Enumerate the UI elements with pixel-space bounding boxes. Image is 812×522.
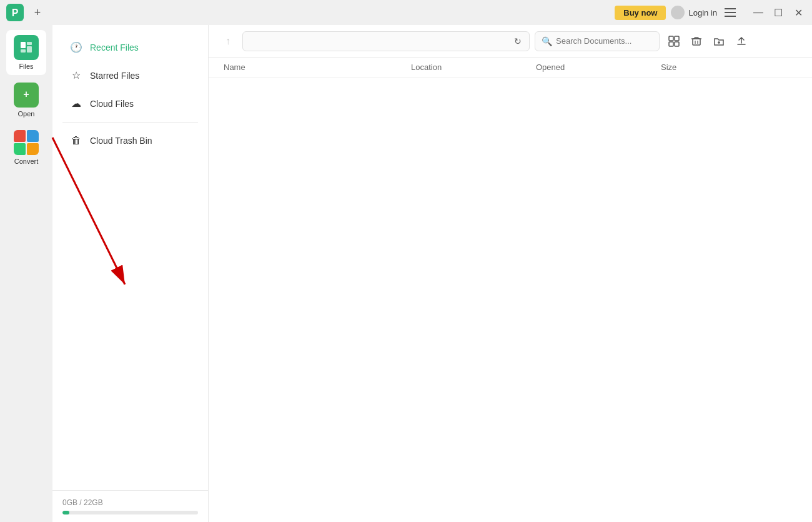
nav-item-cloud[interactable]: ☁ Cloud Files <box>57 90 203 117</box>
trash-label: Cloud Trash Bin <box>90 136 152 146</box>
starred-label: Starred Files <box>90 71 139 81</box>
path-input-wrapper: ↻ <box>242 31 530 51</box>
menu-button[interactable] <box>722 4 740 21</box>
svg-rect-4 <box>27 46 32 53</box>
col-location-header: Location <box>411 63 536 72</box>
cloud-label: Cloud Files <box>90 99 134 109</box>
svg-rect-9 <box>675 36 679 41</box>
svg-rect-3 <box>27 42 32 45</box>
svg-text:P: P <box>12 8 19 18</box>
add-tab-button[interactable]: + <box>30 5 45 20</box>
new-folder-icon <box>713 36 725 47</box>
hamburger-line <box>725 8 736 9</box>
search-icon: 🔍 <box>542 36 552 46</box>
refresh-button[interactable]: ↻ <box>512 36 524 46</box>
storage-text: 0GB / 22GB <box>62 498 198 507</box>
storage-bar <box>62 511 198 514</box>
svg-rect-2 <box>21 42 26 48</box>
recent-label: Recent Files <box>90 43 139 53</box>
back-button[interactable]: ↑ <box>219 32 237 51</box>
sidebar-item-files[interactable]: Files <box>6 30 46 75</box>
convert-icon <box>14 130 39 155</box>
app-logo: P <box>5 3 25 23</box>
title-bar: P + Buy now Login in — ☐ ✕ <box>0 0 812 25</box>
svg-rect-10 <box>669 42 673 46</box>
main-content: ↑ ↻ 🔍 <box>209 25 812 522</box>
app-body: Files + Open Convert <box>0 25 812 522</box>
convert-label: Convert <box>14 158 39 165</box>
svg-rect-5 <box>21 49 26 53</box>
storage-bar-fill <box>62 511 69 514</box>
open-icon: + <box>14 83 39 108</box>
search-wrapper: 🔍 <box>535 31 660 51</box>
col-opened-header: Opened <box>536 63 661 72</box>
sidebar-item-open[interactable]: + Open <box>6 78 46 123</box>
col-size-header: Size <box>661 63 797 72</box>
trash-toolbar-icon <box>691 36 702 47</box>
hamburger-line <box>725 16 736 17</box>
path-input[interactable] <box>248 36 512 46</box>
close-button[interactable]: ✕ <box>790 4 807 21</box>
sidebar-item-convert[interactable]: Convert <box>6 125 46 170</box>
minimize-button[interactable]: — <box>750 4 767 21</box>
maximize-button[interactable]: ☐ <box>770 4 787 21</box>
back-icon: ↑ <box>225 36 230 47</box>
upload-button[interactable] <box>732 32 751 51</box>
nav-item-starred[interactable]: ☆ Starred Files <box>57 62 203 89</box>
open-label: Open <box>18 110 35 118</box>
view-toggle-button[interactable] <box>665 32 683 51</box>
recent-icon: 🕐 <box>70 41 82 53</box>
svg-rect-12 <box>693 39 700 45</box>
svg-rect-8 <box>669 36 673 41</box>
col-name-header: Name <box>224 63 411 72</box>
trash-toolbar-button[interactable] <box>687 32 706 51</box>
new-folder-button[interactable] <box>710 32 728 51</box>
upload-icon <box>736 36 747 47</box>
login-avatar <box>671 6 685 19</box>
login-area[interactable]: Login in <box>671 6 717 19</box>
cloud-icon: ☁ <box>70 98 82 109</box>
icon-sidebar: Files + Open Convert <box>0 25 52 522</box>
storage-section: 0GB / 22GB <box>52 490 208 522</box>
trash-icon: 🗑 <box>70 135 82 146</box>
buy-now-button[interactable]: Buy now <box>615 6 666 20</box>
svg-rect-11 <box>675 42 679 46</box>
file-list-header: Name Location Opened Size <box>209 58 812 78</box>
files-icon <box>14 35 39 60</box>
file-list-body <box>209 78 812 522</box>
nav-sidebar: 🕐 Recent Files ☆ Starred Files ☁ Cloud F… <box>52 25 209 522</box>
toolbar: ↑ ↻ 🔍 <box>209 25 812 58</box>
nav-item-recent[interactable]: 🕐 Recent Files <box>57 34 203 61</box>
nav-item-trash[interactable]: 🗑 Cloud Trash Bin <box>57 128 203 154</box>
nav-divider <box>62 122 198 123</box>
hamburger-line <box>725 12 736 13</box>
star-icon: ☆ <box>70 69 82 81</box>
svg-text:+: + <box>23 89 29 99</box>
grid-view-icon <box>668 36 680 47</box>
files-label: Files <box>19 63 33 70</box>
login-text: Login in <box>688 8 717 18</box>
search-input[interactable] <box>556 36 650 46</box>
